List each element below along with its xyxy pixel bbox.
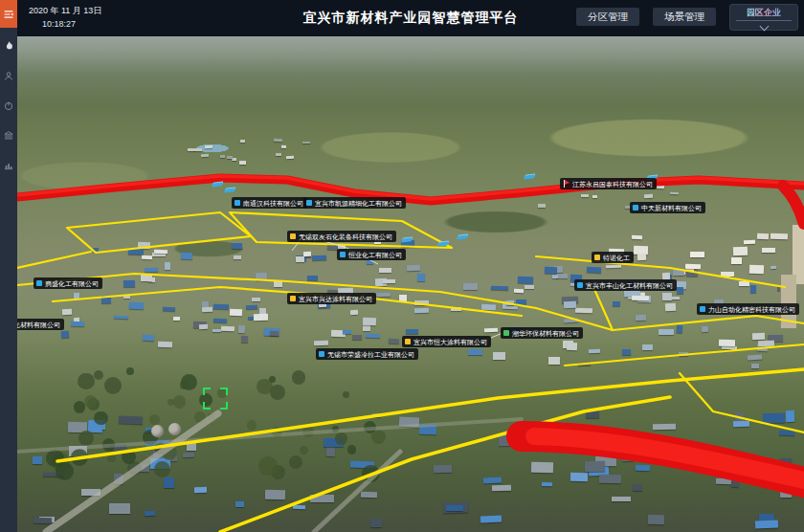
menu-button[interactable] (0, 0, 17, 28)
company-label-text: 无锡双友石化装备科技有限公司 (299, 233, 392, 240)
map-company-label[interactable]: 宜兴市凯源精细化工有限公司 (303, 197, 406, 209)
map-company-label[interactable]: 腾盛化工有限公司 (34, 277, 102, 289)
topbar: 2020 年 11 月 13日 10:18:27 宜兴市新材料产业园智慧管理平台… (17, 0, 804, 36)
statistics-button[interactable] (0, 153, 17, 176)
company-label-text: 江苏永昌国泰科技有限公司 (572, 181, 653, 188)
company-marker-icon (290, 233, 296, 239)
company-marker-icon (503, 330, 509, 336)
dropdown-label: 园区企业 (747, 7, 781, 19)
menu-icon (2, 8, 15, 21)
company-marker-icon (306, 200, 312, 206)
company-label-text: 力山自动化精密科技有限公司 (708, 306, 795, 313)
sidebar (0, 0, 17, 532)
bar-chart-icon (3, 159, 14, 171)
company-label-text: 中天新材料有限公司 (641, 205, 702, 211)
map-3d-view[interactable]: 南通汉科技有限公司宜兴市凯源精细化工有限公司无锡双友石化装备科技有限公司恒业化工… (17, 34, 804, 532)
fire-icon (3, 40, 14, 53)
map-company-label[interactable]: 潮华环保材料有限公司 (501, 327, 583, 339)
company-marker-icon (340, 252, 346, 257)
company-label-text: 恒业化工有限公司 (348, 252, 402, 258)
flag-marker-icon (563, 180, 570, 188)
company-label-text: 宜兴市兴达涂料有限公司 (299, 296, 372, 302)
map-company-label[interactable]: 无锡市荣盛冷拉工业有限公司 (316, 348, 418, 360)
map-company-label[interactable]: 宜兴市丰山化工材料有限公司 (574, 279, 677, 291)
company-label-text: 腾盛化工有限公司 (45, 280, 99, 287)
company-marker-icon (319, 351, 324, 357)
company-marker-icon (633, 205, 638, 211)
company-label-text: 宜兴市丰山化工材料有限公司 (586, 282, 673, 289)
company-marker-icon (234, 200, 240, 206)
company-label-text: 特诺化工 (603, 255, 630, 261)
map-company-label[interactable]: 力山自动化精密科技有限公司 (697, 303, 799, 315)
zone-management-button[interactable]: 分区管理 (576, 8, 639, 26)
chevron-down-icon (759, 22, 769, 32)
company-marker-icon (36, 280, 42, 286)
enterprise-button[interactable] (0, 123, 17, 146)
map-company-label[interactable]: 宜兴市恒大涂料有限公司 (402, 336, 491, 347)
company-label-text: 宜兴市恒大涂料有限公司 (413, 339, 487, 345)
map-company-label[interactable]: 特诺化工 (592, 252, 634, 263)
fire-alarm-button[interactable] (0, 34, 17, 57)
company-marker-icon (700, 306, 705, 312)
power-icon (3, 100, 14, 112)
label-layer: 南通汉科技有限公司宜兴市凯源精细化工有限公司无锡双友石化装备科技有限公司恒业化工… (17, 34, 804, 532)
map-company-label[interactable]: 江苏永昌国泰科技有限公司 (560, 178, 657, 189)
personnel-button[interactable] (0, 64, 17, 87)
map-company-label[interactable]: 无锡双友石化装备科技有限公司 (287, 231, 396, 242)
company-marker-icon (290, 296, 296, 301)
map-company-label[interactable]: 宜兴市兴达涂料有限公司 (287, 293, 376, 304)
map-company-label[interactable]: 宜兴市塑光材料有限公司 (17, 319, 64, 330)
user-icon (3, 70, 14, 82)
map-company-label[interactable]: 中天新材料有限公司 (630, 202, 705, 213)
app-root: 2020 年 11 月 13日 10:18:27 宜兴市新材料产业园智慧管理平台… (0, 0, 804, 532)
company-label-text: 潮华环保材料有限公司 (512, 330, 579, 337)
company-label-text: 无锡市荣盛冷拉工业有限公司 (327, 351, 414, 358)
map-company-label[interactable]: 恒业化工有限公司 (337, 249, 406, 260)
topbar-actions: 分区管理 场景管理 园区企业 (576, 4, 798, 31)
company-label-text: 宜兴市塑光材料有限公司 (17, 321, 60, 328)
park-enterprises-dropdown[interactable]: 园区企业 (729, 4, 798, 31)
company-marker-icon (594, 255, 600, 260)
company-marker-icon (577, 282, 583, 288)
company-marker-icon (405, 339, 411, 344)
company-label-text: 宜兴市凯源精细化工有限公司 (315, 200, 402, 207)
bank-icon (3, 129, 14, 142)
energy-button[interactable] (0, 94, 17, 117)
map-company-label[interactable]: 南通汉科技有限公司 (232, 197, 307, 209)
scene-management-button[interactable]: 场景管理 (653, 8, 716, 26)
company-label-text: 南通汉科技有限公司 (243, 200, 303, 207)
